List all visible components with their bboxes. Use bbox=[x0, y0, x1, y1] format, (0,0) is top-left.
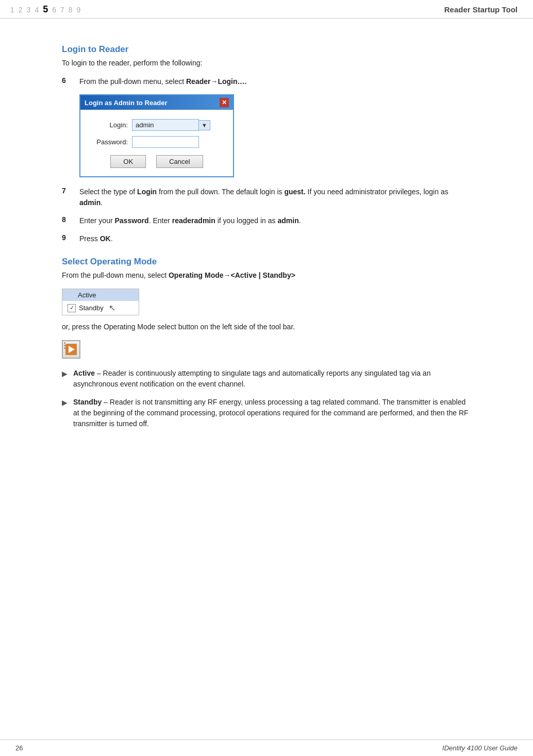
step-8-number: 8 bbox=[62, 215, 79, 224]
step-7-text3: If you need administrator privileges, lo… bbox=[306, 188, 448, 196]
dialog-cancel-button[interactable]: Cancel bbox=[156, 155, 203, 168]
dialog-login-input[interactable] bbox=[132, 119, 199, 131]
toolbar-dots-decoration bbox=[64, 342, 65, 349]
dialog-login-field-row: Login: ▼ bbox=[91, 119, 223, 131]
login-dialog-box: Login as Admin to Reader ✕ Login: ▼ Pass… bbox=[79, 94, 234, 177]
step-6-content: From the pull-down menu, select Reader→L… bbox=[79, 76, 471, 87]
page-footer: 26 IDentity 4100 User Guide bbox=[0, 740, 533, 756]
step-9-bold: OK bbox=[100, 234, 111, 243]
step-8-text4: . bbox=[299, 216, 301, 225]
bullet-standby-description: – Reader is not transmitting any RF ener… bbox=[73, 398, 469, 428]
login-dialog-screenshot: Login as Admin to Reader ✕ Login: ▼ Pass… bbox=[79, 94, 471, 177]
step-9-text2: . bbox=[111, 234, 113, 243]
footer-page-number: 26 bbox=[15, 744, 23, 752]
step-7-bold1: Login bbox=[137, 188, 157, 196]
dialog-titlebar: Login as Admin to Reader ✕ bbox=[80, 95, 233, 110]
step-8-text3: if you logged in as bbox=[215, 216, 278, 225]
operating-mode-intro-text: From the pull-down menu, select bbox=[62, 271, 169, 279]
play-triangle-icon bbox=[69, 346, 75, 353]
login-intro: To login to the reader, perform the foll… bbox=[62, 59, 471, 67]
chapter-title: Reader Startup Tool bbox=[444, 5, 518, 14]
mode-dropdown-box: Active ✓ Standby ↖ bbox=[62, 289, 139, 315]
step-8-bold3: admin bbox=[277, 216, 298, 225]
nav-page-7[interactable]: 7 bbox=[60, 6, 64, 14]
dialog-login-input-wrapper: ▼ bbox=[132, 119, 210, 131]
dialog-ok-button[interactable]: OK bbox=[110, 155, 146, 168]
or-text: or, press the Operating Mode select butt… bbox=[62, 323, 471, 331]
step-8-bold1: Password bbox=[114, 216, 148, 225]
dialog-password-label: Password: bbox=[91, 138, 132, 146]
dot-3 bbox=[64, 347, 65, 349]
step-9-content: Press OK. bbox=[79, 233, 471, 244]
bullet-item-standby: ▶ Standby – Reader is not transmitting a… bbox=[62, 397, 471, 429]
step-8-content: Enter your Password. Enter readeradmin i… bbox=[79, 215, 471, 226]
bullet-active-description: – Reader is continuously attempting to s… bbox=[73, 369, 430, 388]
mode-description-list: ▶ Active – Reader is continuously attemp… bbox=[62, 368, 471, 429]
bullet-active-text: Active – Reader is continuously attempti… bbox=[73, 368, 471, 390]
dialog-buttons: OK Cancel bbox=[91, 155, 223, 168]
step-7-bold3: admin bbox=[79, 198, 101, 207]
nav-page-6[interactable]: 6 bbox=[52, 6, 56, 14]
login-section-heading: Login to Reader bbox=[62, 44, 471, 55]
step-8-text2: . Enter bbox=[149, 216, 172, 225]
dialog-title: Login as Admin to Reader bbox=[85, 99, 168, 107]
nav-page-3[interactable]: 3 bbox=[27, 6, 31, 14]
page-navigation: 1 2 3 4 5 6 7 8 9 bbox=[10, 4, 80, 15]
step-8-text: Enter your bbox=[79, 216, 114, 225]
nav-page-2[interactable]: 2 bbox=[19, 6, 23, 14]
mode-item-active[interactable]: Active bbox=[62, 289, 139, 301]
step-7-content: Select the type of Login from the pull d… bbox=[79, 187, 471, 208]
bullet-item-active: ▶ Active – Reader is continuously attemp… bbox=[62, 368, 471, 390]
nav-page-9[interactable]: 9 bbox=[77, 6, 81, 14]
step-7-text4: . bbox=[101, 198, 103, 207]
mode-label-standby: Standby bbox=[79, 304, 104, 312]
mode-dropdown-screenshot: Active ✓ Standby ↖ bbox=[62, 289, 471, 315]
dot-2 bbox=[64, 345, 65, 346]
step-9-row: 9 Press OK. bbox=[62, 233, 471, 244]
play-icon-inner bbox=[65, 344, 77, 355]
step-6-number: 6 bbox=[62, 76, 79, 85]
main-content: Login to Reader To login to the reader, … bbox=[0, 19, 533, 467]
dialog-login-dropdown[interactable]: ▼ bbox=[199, 120, 210, 130]
step-9-text: Press bbox=[79, 234, 100, 243]
step-7-text2: from the pull down. The default login is bbox=[157, 188, 284, 196]
step-6-row: 6 From the pull-down menu, select Reader… bbox=[62, 76, 471, 87]
step-7-bold2: guest. bbox=[284, 188, 305, 196]
dialog-body: Login: ▼ Password: OK Cancel bbox=[80, 110, 233, 176]
cursor-icon-standby: ↖ bbox=[109, 303, 116, 313]
step-7-row: 7 Select the type of Login from the pull… bbox=[62, 187, 471, 208]
nav-page-5-current[interactable]: 5 bbox=[43, 4, 48, 15]
bullet-arrow-icon-standby: ▶ bbox=[62, 397, 73, 408]
operating-mode-section-heading: Select Operating Mode bbox=[62, 257, 471, 267]
step-6-bold: Reader→Login…. bbox=[186, 77, 246, 86]
step-6-text: From the pull-down menu, select bbox=[79, 77, 186, 86]
bullet-arrow-icon: ▶ bbox=[62, 368, 73, 379]
bullet-active-bold: Active bbox=[73, 369, 95, 377]
mode-label-active: Active bbox=[78, 291, 96, 299]
dialog-password-input[interactable] bbox=[132, 136, 199, 148]
footer-product-name: IDentity 4100 User Guide bbox=[442, 744, 518, 752]
mode-check-icon: ✓ bbox=[68, 304, 76, 312]
step-7-number: 7 bbox=[62, 187, 79, 195]
dialog-password-input-wrapper bbox=[132, 136, 199, 148]
nav-page-8[interactable]: 8 bbox=[69, 6, 73, 14]
operating-mode-toolbar-button[interactable] bbox=[62, 340, 80, 359]
dialog-close-button[interactable]: ✕ bbox=[220, 98, 229, 107]
dialog-password-field-row: Password: bbox=[91, 136, 223, 148]
bullet-standby-bold: Standby bbox=[73, 398, 102, 406]
operating-mode-intro: From the pull-down menu, select Operatin… bbox=[62, 271, 471, 279]
step-8-row: 8 Enter your Password. Enter readeradmin… bbox=[62, 215, 471, 226]
dot-1 bbox=[64, 342, 65, 344]
bullet-standby-text: Standby – Reader is not transmitting any… bbox=[73, 397, 471, 429]
operating-mode-intro-bold: Operating Mode→<Active | Standby> bbox=[169, 271, 295, 279]
step-7-text: Select the type of bbox=[79, 188, 137, 196]
nav-page-1[interactable]: 1 bbox=[10, 6, 14, 14]
toolbar-icon-container bbox=[62, 340, 471, 359]
page-header: 1 2 3 4 5 6 7 8 9 Reader Startup Tool bbox=[0, 0, 533, 19]
dialog-login-label: Login: bbox=[91, 121, 132, 129]
step-9-number: 9 bbox=[62, 233, 79, 242]
step-8-bold2: readeradmin bbox=[172, 216, 215, 225]
nav-page-4[interactable]: 4 bbox=[35, 6, 39, 14]
mode-item-standby[interactable]: ✓ Standby ↖ bbox=[62, 301, 139, 315]
